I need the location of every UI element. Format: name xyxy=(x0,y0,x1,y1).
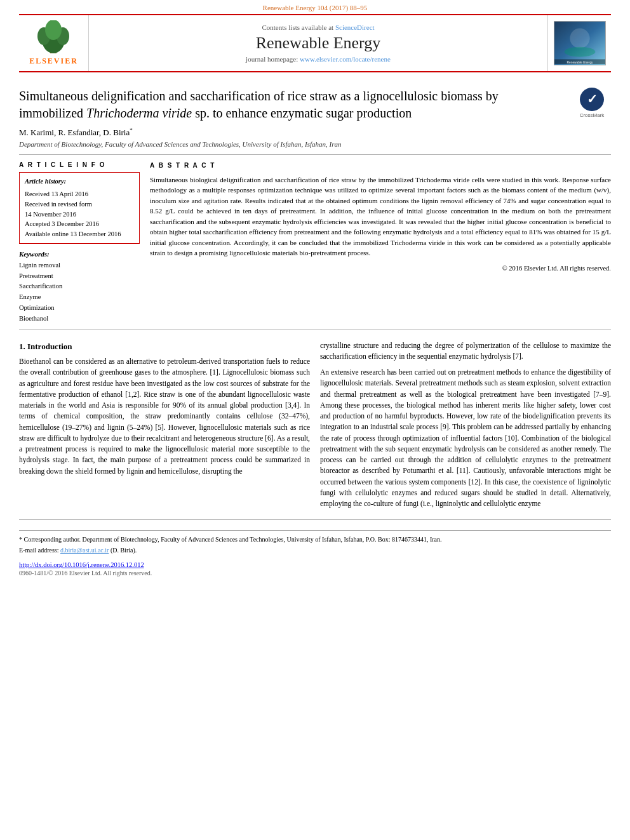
contents-label: Contents lists available at xyxy=(262,23,333,31)
body-two-col: 1. Introduction Bioethanol can be consid… xyxy=(19,340,611,515)
footnote-email-line: E-mail address: d.biria@ast.ui.ac.ir (D.… xyxy=(19,545,611,555)
keyword-1: Lignin removal xyxy=(19,260,140,271)
intro-para2: crystalline structure and reducing the d… xyxy=(320,340,611,363)
section-1-heading: 1. Introduction xyxy=(19,340,310,353)
journal-title-area: Contents lists available at ScienceDirec… xyxy=(89,15,547,71)
issn-line: 0960-1481/© 2016 Elsevier Ltd. All right… xyxy=(19,570,611,577)
keywords-label: Keywords: xyxy=(19,250,140,258)
journal-cover-area: Renewable Energy xyxy=(547,15,611,71)
intro-para1: Bioethanol can be considered as an alter… xyxy=(19,356,310,477)
title-italic: Thrichoderma viride xyxy=(86,106,192,120)
body-right-col: crystalline structure and reducing the d… xyxy=(320,340,611,515)
keyword-2: Pretreatment xyxy=(19,271,140,282)
journal-cover-image: Renewable Energy xyxy=(554,21,606,65)
crossmark-badge[interactable]: ✓ CrossMark xyxy=(573,88,611,119)
article-content: Simultaneous delignification and sacchar… xyxy=(0,72,630,589)
intro-para3: An extensive research has been carried o… xyxy=(320,367,611,509)
article-history-box: Article history: Received 13 April 2016 … xyxy=(19,172,140,244)
svg-point-4 xyxy=(45,20,62,40)
email-label: E-mail address: xyxy=(19,547,58,554)
divider-after-affiliation xyxy=(19,154,611,155)
abstract-text: Simultaneous biological delignification … xyxy=(150,175,611,258)
revised-date: 14 November 2016 xyxy=(25,210,134,220)
abstract-body: Simultaneous biological delignification … xyxy=(150,176,611,257)
journal-title: Renewable Energy xyxy=(256,34,381,53)
footnote-divider xyxy=(19,519,611,520)
svg-point-7 xyxy=(564,47,595,57)
abstract-column: A B S T R A C T Simultaneous biological … xyxy=(150,161,611,324)
elsevier-logo: ELSEVIER xyxy=(29,20,78,66)
elsevier-tree-icon xyxy=(31,20,76,55)
main-body: 1. Introduction Bioethanol can be consid… xyxy=(19,340,611,515)
sciencedirect-link[interactable]: ScienceDirect xyxy=(335,23,375,31)
info-abstract-section: A R T I C L E I N F O Article history: R… xyxy=(19,161,611,324)
keywords-section: Keywords: Lignin removal Pretreatment Sa… xyxy=(19,250,140,324)
journal-homepage: journal homepage: www.elsevier.com/locat… xyxy=(246,55,391,63)
article-info-heading: A R T I C L E I N F O xyxy=(19,161,140,168)
keyword-3: Saccharification xyxy=(19,281,140,292)
corresponding-author-mark: * xyxy=(130,127,133,133)
revised-label: Received in revised form xyxy=(25,199,134,210)
email-link[interactable]: d.biria@ast.ui.ac.ir xyxy=(60,547,109,554)
keyword-6: Bioethanol xyxy=(19,314,140,324)
title-text-part2: sp. to enhance enzymatic sugar productio… xyxy=(192,106,412,120)
body-left-col: 1. Introduction Bioethanol can be consid… xyxy=(19,340,310,515)
doi-link[interactable]: http://dx.doi.org/10.1016/j.renene.2016.… xyxy=(19,561,144,568)
footnote-corresponding: * Corresponding author. Department of Bi… xyxy=(19,535,611,544)
divider-after-abstract xyxy=(19,330,611,330)
journal-homepage-link[interactable]: www.elsevier.com/locate/renene xyxy=(300,55,391,63)
homepage-label: journal homepage: xyxy=(246,55,298,63)
crossmark-circle: ✓ xyxy=(580,88,604,111)
footnote-area: * Corresponding author. Department of Bi… xyxy=(19,530,611,555)
cover-illustration: Renewable Energy xyxy=(554,21,605,65)
contents-line: Contents lists available at ScienceDirec… xyxy=(262,23,374,31)
elsevier-label-text: ELSEVIER xyxy=(29,57,78,66)
authors: M. Karimi, R. Esfandiar, D. Biria* xyxy=(19,127,611,138)
available-date: Available online 13 December 2016 xyxy=(25,229,134,239)
keyword-4: Enzyme xyxy=(19,292,140,303)
email-suffix: (D. Biria). xyxy=(111,547,137,554)
crossmark-label: CrossMark xyxy=(580,112,605,119)
svg-point-6 xyxy=(570,29,589,48)
keyword-5: Optimization xyxy=(19,303,140,314)
abstract-heading: A B S T R A C T xyxy=(150,161,611,171)
article-title: Simultaneous delignification and sacchar… xyxy=(19,88,611,122)
citation-text: Renewable Energy 104 (2017) 88–95 xyxy=(263,4,368,11)
accepted-date: Accepted 3 December 2016 xyxy=(25,219,134,229)
affiliation: Department of Biotechnology, Faculty of … xyxy=(19,140,611,148)
elsevier-logo-area: ELSEVIER xyxy=(19,15,89,71)
received-date: Received 13 April 2016 xyxy=(25,189,134,199)
bottom-links: http://dx.doi.org/10.1016/j.renene.2016.… xyxy=(19,561,611,577)
doi-line: http://dx.doi.org/10.1016/j.renene.2016.… xyxy=(19,561,611,568)
svg-text:Renewable Energy: Renewable Energy xyxy=(566,61,593,64)
article-info-column: A R T I C L E I N F O Article history: R… xyxy=(19,161,140,324)
crossmark-icon: ✓ xyxy=(587,91,598,108)
journal-header: ELSEVIER Contents lists available at Sci… xyxy=(19,14,611,72)
journal-citation: Renewable Energy 104 (2017) 88–95 xyxy=(0,0,630,14)
abstract-copyright: © 2016 Elsevier Ltd. All rights reserved… xyxy=(150,263,611,273)
history-label: Article history: xyxy=(25,177,134,187)
author-names: M. Karimi, R. Esfandiar, D. Biria xyxy=(19,128,130,137)
